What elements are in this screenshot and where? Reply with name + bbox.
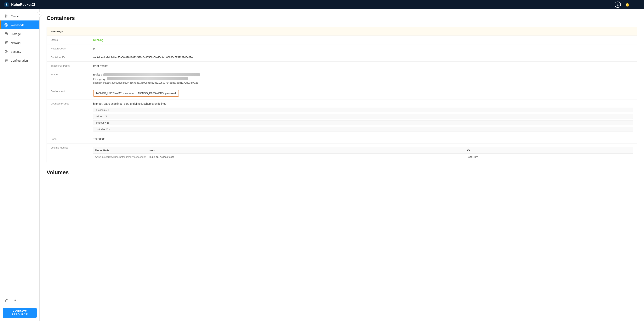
label-status: Status — [47, 36, 89, 44]
env-item-password: MONGO_PASSWORD: password — [138, 92, 176, 95]
sidebar: ‹ Cluster Workloads Storage — [0, 9, 40, 321]
liveness-detail-period: period = 10s — [93, 127, 633, 132]
table-row-image-pull-policy: Image Pull Policy IfNotPresent — [47, 62, 637, 70]
container-card: es-usage Status Running Restart Count 0 — [46, 27, 637, 163]
svg-point-14 — [5, 59, 6, 60]
storage-icon — [4, 32, 8, 36]
label-liveness-probes: Liveness Probes — [47, 99, 89, 135]
sidebar-item-storage[interactable]: Storage — [0, 29, 40, 38]
label-image: Image — [47, 70, 89, 87]
sidebar-item-workloads[interactable]: Workloads — [0, 20, 40, 29]
image-id-hash: usage@sha256:a8c60d86bfe3f4356788d14c90e… — [93, 81, 633, 84]
container-info-table: Status Running Restart Count 0 Container… — [47, 36, 637, 163]
table-row: /var/run/secrets/kubernetes.io/serviceac… — [93, 154, 633, 160]
mount-io-value: ReadOnly — [464, 154, 633, 160]
label-restart-count: Restart Count — [47, 44, 89, 53]
sidebar-nav: Cluster Workloads Storage Network — [0, 9, 40, 294]
label-ports: Ports — [47, 135, 89, 143]
table-row-status: Status Running — [47, 36, 637, 44]
sidebar-item-label-workloads: Workloads — [11, 23, 24, 27]
more-menu-button[interactable]: ⋮ — [634, 1, 640, 8]
sidebar-item-configuration[interactable]: Configuration — [0, 56, 40, 65]
col-from: from — [148, 147, 465, 154]
topbar: KubeRocketCI ℹ 🔔 ⋮ — [0, 0, 644, 9]
sidebar-item-network[interactable]: Network — [0, 38, 40, 47]
svg-rect-8 — [6, 41, 8, 42]
svg-point-4 — [5, 23, 8, 26]
create-resource-button[interactable]: + CREATE RESOURCE — [3, 308, 37, 318]
sidebar-item-label-security: Security — [11, 50, 21, 53]
label-volume-mounts: Volume Mounts — [47, 143, 89, 163]
network-icon — [4, 40, 8, 45]
table-row-ports: Ports TCP:8080 — [47, 135, 637, 143]
value-container-id: containerd://94c944cc25a30f62812623f522c… — [89, 53, 637, 62]
table-row-volume-mounts: Volume Mounts Mount Path from I/O — [47, 143, 637, 163]
svg-point-5 — [6, 24, 7, 26]
rocket-icon — [4, 2, 9, 7]
edit-icon-button[interactable] — [4, 297, 10, 303]
app-name: KubeRocketCI — [11, 3, 35, 7]
mount-from-value: kube-api-access-tsqfs — [148, 154, 465, 160]
cluster-icon — [4, 14, 8, 18]
sidebar-item-security[interactable]: Security — [0, 47, 40, 56]
liveness-detail-failure: failure = 3 — [93, 114, 633, 119]
status-badge: Running — [93, 38, 103, 41]
sidebar-item-label-configuration: Configuration — [11, 59, 28, 62]
container-name: es-usage — [47, 27, 637, 36]
info-button[interactable]: ℹ — [615, 1, 621, 8]
liveness-detail-success: success = 1 — [93, 108, 633, 112]
mount-path-value: /var/run/secrets/kubernetes.io/serviceac… — [93, 154, 148, 160]
image-name-row: registry. — [93, 73, 633, 76]
svg-point-6 — [5, 33, 8, 34]
table-row-liveness-probes: Liveness Probes http-get, path: undefine… — [47, 99, 637, 135]
volumes-section-title: Volumes — [46, 169, 637, 176]
table-row-environment: Environment MONGO_USERNAME: username MON… — [47, 87, 637, 99]
env-item-username: MONGO_USERNAME: username — [96, 92, 134, 95]
settings-icon-button[interactable] — [12, 297, 18, 303]
notifications-button[interactable]: 🔔 — [624, 1, 630, 8]
sidebar-bottom — [0, 294, 40, 306]
col-io: I/O — [464, 147, 633, 154]
main-content: Containers es-usage Status Running Resta… — [40, 9, 644, 321]
security-icon — [4, 49, 8, 54]
label-image-pull-policy: Image Pull Policy — [47, 62, 89, 70]
svg-point-16 — [5, 61, 6, 62]
value-ports: TCP:8080 — [89, 135, 637, 143]
image-blurred-part — [103, 73, 200, 76]
liveness-main: http-get, path: undefined, port: undefin… — [93, 102, 633, 105]
svg-rect-9 — [6, 43, 7, 44]
configuration-icon — [4, 58, 8, 63]
environment-box: MONGO_USERNAME: username MONGO_PASSWORD:… — [93, 90, 179, 97]
svg-point-15 — [6, 60, 7, 61]
value-restart-count: 0 — [89, 44, 637, 53]
sidebar-item-cluster[interactable]: Cluster — [0, 11, 40, 20]
image-prefix: registry. — [93, 73, 102, 76]
svg-point-3 — [5, 14, 8, 17]
liveness-probes-grid: http-get, path: undefined, port: undefin… — [93, 102, 633, 132]
label-environment: Environment — [47, 87, 89, 99]
table-row-image: Image registry. ID: registry. usage@sha2… — [47, 70, 637, 87]
svg-rect-7 — [5, 41, 6, 42]
topbar-icons: ℹ 🔔 ⋮ — [615, 1, 640, 8]
svg-point-17 — [15, 300, 16, 301]
label-container-id: Container ID — [47, 53, 89, 62]
svg-point-2 — [6, 15, 7, 17]
page-title: Containers — [46, 15, 637, 21]
volume-mounts-table: Mount Path from I/O /var/run/secrets/kub… — [93, 147, 633, 160]
svg-rect-10 — [6, 51, 6, 52]
value-image-pull-policy: IfNotPresent — [89, 62, 637, 70]
sidebar-item-label-network: Network — [11, 41, 21, 44]
image-id-label: ID: registry. — [93, 78, 106, 80]
sidebar-item-label-cluster: Cluster — [11, 14, 20, 18]
app-logo: KubeRocketCI — [4, 2, 35, 7]
sidebar-item-label-storage: Storage — [11, 32, 21, 35]
table-row-restart-count: Restart Count 0 — [47, 44, 637, 53]
workloads-icon — [4, 23, 8, 27]
image-id-row: ID: registry. — [93, 77, 633, 80]
sidebar-collapse-button[interactable]: ‹ — [37, 11, 42, 17]
svg-point-1 — [6, 4, 7, 5]
liveness-detail-timeout: timeout = 1s — [93, 120, 633, 125]
col-mount-path: Mount Path — [93, 147, 148, 154]
image-id-blurred — [107, 77, 188, 80]
table-row-container-id: Container ID containerd://94c944cc25a30f… — [47, 53, 637, 62]
